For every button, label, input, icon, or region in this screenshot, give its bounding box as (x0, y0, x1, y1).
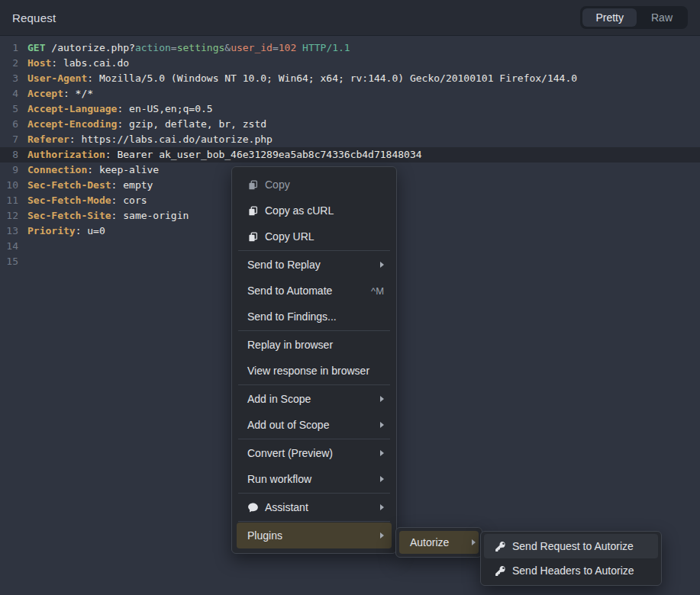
line-number: 2 (0, 56, 18, 71)
chevron-right-icon (380, 262, 384, 268)
menu-item-label: Assistant (265, 501, 308, 513)
code-line[interactable]: 1GET /autorize.php?action=settings&user_… (0, 40, 700, 56)
menu-divider (238, 330, 390, 331)
menu-item-label: Replay in browser (247, 339, 333, 351)
menu-divider (238, 384, 390, 385)
code-line-active[interactable]: 8Authorization: Bearer ak_user_bob_46e31… (0, 147, 700, 162)
code-line[interactable]: 3User-Agent: Mozilla/5.0 (Windows NT 10.… (0, 71, 700, 86)
line-number: 3 (0, 71, 18, 86)
chevron-right-icon (380, 396, 384, 402)
menu-item-label: Send Request to Autorize (512, 540, 634, 552)
menu-item-assistant[interactable]: Assistant (237, 494, 392, 520)
key-icon (495, 565, 506, 577)
code-segment: : en-US,en;q=0.5 (117, 103, 212, 114)
menu-item-copy-as-curl[interactable]: Copy as cURL (237, 198, 392, 224)
code-line[interactable]: 7Referer: https://labs.cai.do/autorize.p… (0, 132, 700, 147)
menu-item-label: Send to Automate (247, 285, 332, 297)
code-segment: : Bearer ak_user_bob_46e31289ea5ab8c7433… (105, 149, 422, 160)
context-menu: CopyCopy as cURLCopy URLSend to ReplaySe… (231, 166, 397, 554)
menu-item-copy[interactable]: Copy (237, 172, 392, 198)
code-line[interactable]: 4Accept: */* (0, 86, 700, 101)
menu-item-label: View response in browser (247, 365, 369, 377)
line-number: 7 (0, 132, 18, 147)
page-title: Request (12, 11, 56, 24)
line-content: Accept: */* (18, 86, 93, 101)
code-segment: 102 (279, 42, 296, 53)
line-content: Referer: https://labs.cai.do/autorize.ph… (18, 132, 273, 147)
line-content: Host: labs.cai.do (18, 56, 129, 71)
code-segment: Authorization (27, 149, 105, 160)
key-icon (495, 541, 506, 552)
menu-item-add-in-scope[interactable]: Add in Scope (237, 386, 392, 412)
menu-item-plugins[interactable]: Plugins (237, 523, 392, 548)
request-panel: Request Pretty Raw 1GET /autorize.php?ac… (0, 0, 700, 595)
menu-item-convert-preview[interactable]: Convert (Preview) (237, 440, 392, 466)
menu-item-send-headers-to-autorize[interactable]: Send Headers to Autorize (484, 558, 658, 583)
menu-item-send-to-replay[interactable]: Send to Replay (237, 252, 392, 278)
code-segment: : labs.cai.do (51, 57, 129, 69)
plugins-submenu: Autorize (395, 527, 482, 558)
menu-item-label: Add out of Scope (247, 419, 329, 431)
menu-divider (238, 439, 390, 439)
chevron-right-icon (380, 504, 384, 510)
line-number: 14 (0, 239, 18, 254)
menu-item-send-to-automate[interactable]: Send to Automate^M (237, 278, 392, 304)
menu-item-add-out-of-scope[interactable]: Add out of Scope (237, 412, 392, 438)
menu-item-replay-in-browser[interactable]: Replay in browser (237, 332, 392, 358)
menu-item-label: Copy (265, 178, 290, 191)
chevron-right-icon (380, 476, 384, 482)
autorize-submenu: Send Request to AutorizeSend Headers to … (480, 531, 662, 586)
menu-item-label: Autorize (410, 536, 449, 548)
line-content: Sec-Fetch-Site: same-origin (18, 208, 189, 224)
menu-item-send-to-findings[interactable]: Send to Findings... (237, 304, 392, 330)
copy-icon (247, 231, 259, 243)
line-content: Sec-Fetch-Mode: cors (18, 193, 147, 208)
code-segment: User-Agent (27, 72, 87, 84)
code-segment: = (171, 42, 177, 53)
menu-item-copy-url[interactable]: Copy URL (237, 224, 392, 249)
code-segment: Connection (27, 164, 87, 175)
line-number: 10 (0, 178, 18, 193)
code-segment: Priority (27, 225, 76, 236)
menu-item-label: Add in Scope (247, 393, 311, 405)
line-content: Priority: u=0 (18, 224, 105, 239)
code-segment: Sec-Fetch-Mode (27, 195, 111, 206)
code-segment: settings (177, 42, 225, 53)
code-segment (296, 42, 302, 53)
chat-icon (247, 502, 259, 513)
line-content (18, 239, 27, 254)
chevron-right-icon (380, 532, 384, 539)
request-topbar: Request Pretty Raw (0, 0, 700, 36)
line-content: Accept-Encoding: gzip, deflate, br, zstd (18, 117, 266, 132)
code-segment: Accept-Encoding (27, 118, 117, 130)
code-segment: GET (27, 42, 45, 53)
code-segment: Sec-Fetch-Dest (27, 179, 111, 191)
line-content: Connection: keep-alive (18, 162, 159, 178)
menu-item-shortcut: ^M (371, 285, 384, 297)
menu-divider (238, 250, 390, 251)
menu-item-view-response-in-browser[interactable]: View response in browser (237, 358, 392, 384)
tab-raw[interactable]: Raw (638, 8, 685, 27)
line-content: Sec-Fetch-Dest: empty (18, 178, 153, 193)
line-content (18, 254, 27, 269)
code-segment: /autorize.php? (45, 42, 134, 53)
code-segment: user_id (231, 42, 273, 53)
tab-pretty[interactable]: Pretty (582, 8, 637, 27)
menu-item-run-workflow[interactable]: Run workflow (237, 466, 392, 492)
menu-item-send-request-to-autorize[interactable]: Send Request to Autorize (484, 534, 658, 558)
code-segment: Referer (27, 133, 69, 145)
menu-item-label: Copy as cURL (265, 204, 334, 217)
menu-item-autorize[interactable]: Autorize (399, 531, 479, 554)
code-line[interactable]: 6Accept-Encoding: gzip, deflate, br, zst… (0, 117, 700, 132)
menu-item-label: Plugins (247, 529, 282, 542)
code-segment: Accept-Language (27, 103, 117, 114)
code-line[interactable]: 5Accept-Language: en-US,en;q=0.5 (0, 101, 700, 117)
line-number: 15 (0, 254, 18, 269)
view-mode-toggle: Pretty Raw (580, 6, 688, 29)
line-content: Accept-Language: en-US,en;q=0.5 (18, 101, 213, 117)
menu-divider (238, 493, 390, 494)
menu-item-label: Send Headers to Autorize (512, 564, 634, 577)
line-number: 12 (0, 208, 18, 224)
line-number: 4 (0, 86, 18, 101)
code-line[interactable]: 2Host: labs.cai.do (0, 56, 700, 71)
